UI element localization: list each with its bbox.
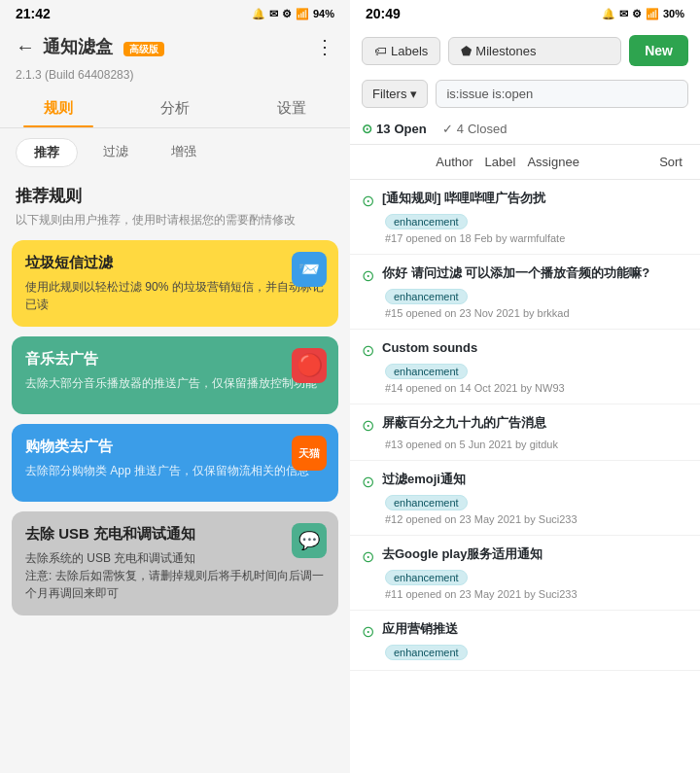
issue-item-14[interactable]: ⊙ Custom sounds enhancement #14 opened o… [350,330,700,404]
rule-title-shopping-ad: 购物类去广告 [25,438,325,456]
action-bar: 🏷 Labels ⬟ Milestones New [350,27,700,74]
subtab-enhance[interactable]: 增强 [154,138,214,167]
milestones-button[interactable]: ⬟ Milestones [448,37,621,65]
tab-settings[interactable]: 设置 [233,89,350,127]
col-author[interactable]: Author [430,151,478,173]
labels-label: Labels [391,44,428,58]
filter-bar: Filters ▾ [350,74,700,114]
issue-title-15: 你好 请问过滤 可以添加一个播放音频的功能嘛? [382,264,688,282]
status-bar-left: 21:42 🔔 ✉ ⚙ 📶 94% [0,0,350,27]
badge-enhancement-11: enhancement [385,570,468,585]
issue-open-icon: ⊙ [362,341,374,360]
rule-card-usb-notify[interactable]: 去除 USB 充电和调试通知 去除系统的 USB 充电和调试通知注意: 去除后如… [12,511,338,615]
closed-label: Closed [468,122,507,136]
rule-icon-spam-sms: 📨 [292,252,327,287]
open-count: 13 [376,122,390,136]
left-panel: 21:42 🔔 ✉ ⚙ 📶 94% ← 通知滤盒 高级版 ⋮ 2.1.3 (Bu… [0,0,350,773]
rule-card-spam-sms[interactable]: 垃圾短信过滤 使用此规则以轻松过滤 90% 的垃圾营销短信，并自动标记已读 📨 [12,240,338,327]
sub-tabs: 推荐 过滤 增强 [0,128,350,177]
filters-chevron-icon: ▾ [410,87,417,101]
more-button[interactable]: ⋮ [315,35,334,58]
right-panel: 20:49 🔔 ✉ ⚙ 📶 30% 🏷 Labels ⬟ Milestones … [350,0,700,773]
tab-analysis[interactable]: 分析 [117,89,233,127]
pro-badge: 高级版 [123,42,164,56]
section-title: 推荐规则 [0,177,350,211]
subtab-filter[interactable]: 过滤 [86,138,146,167]
badge-enhancement-10: enhancement [385,645,468,660]
issue-open-icon: ⊙ [362,622,374,641]
closed-summary[interactable]: ✓ 4 Closed [442,122,508,136]
rule-desc-music-ad: 去除大部分音乐播放器的推送广告，仅保留播放控制功能 [25,374,325,392]
closed-check-icon: ✓ [442,122,453,136]
issues-summary: ⊙ 13 Open ✓ 4 Closed [350,114,700,145]
issue-open-icon: ⊙ [362,266,374,285]
rule-desc-shopping-ad: 去除部分购物类 App 推送广告，仅保留物流相关的信息 [25,462,325,479]
issue-meta-14: #14 opened on 14 Oct 2021 by NW93 [385,382,688,394]
rule-card-shopping-ad[interactable]: 购物类去广告 去除部分购物类 App 推送广告，仅保留物流相关的信息 天猫 [12,424,338,502]
issue-meta-12: #12 opened on 23 May 2021 by Suci233 [385,513,688,525]
issue-title-12: 过滤emoji通知 [382,471,688,488]
issue-title-17: [通知规则] 哔哩哔哩广告勿扰 [382,190,688,207]
open-summary[interactable]: ⊙ 13 Open [362,122,427,136]
open-circle-icon: ⊙ [362,122,372,136]
main-tabs-left: 规则 分析 设置 [0,89,350,128]
rule-title-spam-sms: 垃圾短信过滤 [25,254,325,272]
issue-item-11[interactable]: ⊙ 去Google play服务适用通知 enhancement #11 ope… [350,536,700,611]
issue-title-13: 屏蔽百分之九十九的广告消息 [382,414,688,432]
issue-title-10: 应用营销推送 [382,620,688,638]
issue-title-14: Custom sounds [382,339,688,357]
time-right: 20:49 [366,6,401,21]
col-assignee[interactable]: Assignee [521,151,584,173]
subtab-recommend[interactable]: 推荐 [16,138,78,167]
rule-icon-usb-notify: 💬 [292,523,327,558]
issue-title-11: 去Google play服务适用通知 [382,545,688,563]
issue-open-icon: ⊙ [362,473,374,491]
tab-rules[interactable]: 规则 [0,89,117,127]
issue-item-10[interactable]: ⊙ 应用营销推送 enhancement [350,611,700,671]
issues-list: ⊙ [通知规则] 哔哩哔哩广告勿扰 enhancement #17 opened… [350,180,700,773]
new-button[interactable]: New [629,35,688,66]
issue-item-15[interactable]: ⊙ 你好 请问过滤 可以添加一个播放音频的功能嘛? enhancement #1… [350,255,700,330]
rule-title-usb-notify: 去除 USB 充电和调试通知 [25,525,325,544]
milestones-icon: ⬟ [461,44,472,58]
issue-meta-11: #11 opened on 23 May 2021 by Suci233 [385,588,688,600]
filters-button[interactable]: Filters ▾ [362,80,428,108]
status-icons-right: 🔔 ✉ ⚙ 📶 30% [602,8,684,20]
time-left: 21:42 [16,6,51,21]
version-text: 2.1.3 (Build 64408283) [0,66,350,89]
filters-label: Filters [372,87,406,101]
back-button[interactable]: ← [16,36,35,58]
issue-meta-17: #17 opened on 18 Feb by warmfulfate [385,232,688,244]
issue-open-icon: ⊙ [362,416,374,435]
issue-item-12[interactable]: ⊙ 过滤emoji通知 enhancement #12 opened on 23… [350,461,700,536]
milestones-label: Milestones [475,44,536,58]
status-bar-right: 20:49 🔔 ✉ ⚙ 📶 30% [350,0,700,27]
labels-icon: 🏷 [374,44,387,58]
rule-icon-music-ad: 🔴 [292,348,327,383]
rule-desc-usb-notify: 去除系统的 USB 充电和调试通知注意: 去除后如需恢复，请删掉规则后将手机时间… [25,549,325,602]
closed-count: 4 [457,122,464,136]
issue-open-icon: ⊙ [362,192,374,210]
search-input[interactable] [436,80,688,108]
top-bar-left: ← 通知滤盒 高级版 ⋮ [0,27,350,66]
badge-enhancement-15: enhancement [385,289,468,304]
issue-meta-13: #13 opened on 5 Jun 2021 by gitduk [385,439,688,450]
rules-list: 垃圾短信过滤 使用此规则以轻松过滤 90% 的垃圾营销短信，并自动标记已读 📨 … [0,240,350,773]
labels-button[interactable]: 🏷 Labels [362,37,440,65]
app-title: 通知滤盒 高级版 [43,35,307,58]
badge-enhancement-14: enhancement [385,364,468,379]
section-desc: 以下规则由用户推荐，使用时请根据您的需要酌情修改 [0,211,350,240]
open-label: Open [394,122,426,136]
column-headers: Author Label Assignee Sort [350,145,700,180]
badge-enhancement-17: enhancement [385,214,468,229]
badge-enhancement-12: enhancement [385,495,468,510]
col-sort[interactable]: Sort [653,151,688,173]
rule-card-music-ad[interactable]: 音乐去广告 去除大部分音乐播放器的推送广告，仅保留播放控制功能 🔴 [12,336,338,414]
col-label[interactable]: Label [479,151,522,173]
issue-item-17[interactable]: ⊙ [通知规则] 哔哩哔哩广告勿扰 enhancement #17 opened… [350,180,700,255]
issue-meta-15: #15 opened on 23 Nov 2021 by brkkad [385,307,688,319]
rule-title-music-ad: 音乐去广告 [25,350,325,369]
issue-item-13[interactable]: ⊙ 屏蔽百分之九十九的广告消息 #13 opened on 5 Jun 2021… [350,404,700,461]
rule-icon-shopping-ad: 天猫 [292,436,327,471]
issue-open-icon: ⊙ [362,547,374,566]
